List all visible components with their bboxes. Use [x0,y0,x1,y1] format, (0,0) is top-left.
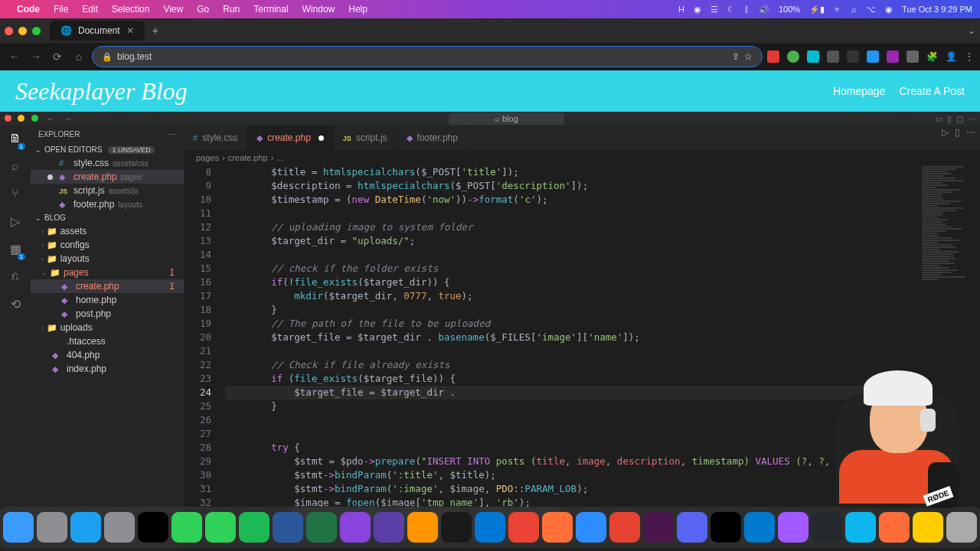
menubar-app[interactable]: Code [17,4,40,15]
editor-tab-script.js[interactable]: script.js [334,126,397,150]
menu-view[interactable]: View [163,4,183,15]
nav-homepage[interactable]: Homepage [833,85,886,97]
close-icon[interactable] [5,115,11,122]
close-icon[interactable] [5,27,13,35]
extension-icon[interactable] [807,51,819,63]
address-bar[interactable]: 🔒 blog.test ⇪ ☆ [92,46,763,67]
open-editors-section[interactable]: ⌄ OPEN EDITORS 1 unsaved [31,143,184,156]
dock-app-terminal[interactable] [710,512,741,543]
folder-configs[interactable]: › configs [31,238,184,252]
dock-app-safari[interactable] [70,512,101,543]
dock-app-facetime[interactable] [205,512,236,543]
reload-button[interactable]: ⟳ [49,51,66,63]
tab-close-icon[interactable]: ✕ [126,25,134,36]
extensions-menu-icon[interactable]: 🧩 [926,51,938,62]
editor-tab-style.css[interactable]: style.css [184,126,247,150]
dock-app-discord[interactable] [677,512,707,543]
dock-app-docker[interactable] [845,512,876,543]
more-icon[interactable]: ⋯ [968,115,975,123]
open-editor-file[interactable]: script.js assets/js [31,184,184,197]
maximize-icon[interactable] [31,115,38,122]
split-icon[interactable]: ▯ [955,127,960,138]
dock-app-firefox[interactable] [542,512,573,543]
wifi-icon[interactable]: ᯤ [834,5,842,14]
extension-icon[interactable] [887,51,899,63]
dock-app-messages[interactable] [172,512,202,543]
dock-app-figma[interactable] [778,512,808,543]
menu-help[interactable]: Help [348,4,368,15]
more-icon[interactable]: ⋯ [168,130,176,139]
open-editor-file[interactable]: create.php pages [31,170,184,184]
menu-run[interactable]: Run [223,4,240,15]
volume-icon[interactable]: 🔊 [759,5,769,15]
bookmark-icon[interactable]: ☆ [744,51,753,62]
dock-app-chrome[interactable] [508,512,539,543]
file-home.php[interactable]: home.php [31,293,184,307]
dock-app-xcode[interactable] [441,512,472,543]
dock-app-edge[interactable] [475,512,505,543]
menu-terminal[interactable]: Terminal [253,4,288,15]
editor-tab-footer.php[interactable]: footer.php [397,126,468,150]
breadcrumbs[interactable]: pages › create.php › ... [184,150,980,165]
dock-app-spotify[interactable] [239,512,270,543]
editor-tab-create.php[interactable]: create.php [247,126,334,150]
siri-icon[interactable]: ◉ [885,5,893,15]
search-icon[interactable]: ⌕ [851,5,857,14]
debug-icon[interactable]: ▷ [7,214,24,231]
source-control-icon[interactable]: ⑂ [7,187,24,204]
menu-icon[interactable]: ⋮ [965,51,974,62]
menu-file[interactable]: File [54,4,68,15]
menubar-icon[interactable]: ◉ [694,5,701,15]
extension-icon[interactable] [767,51,779,63]
file-create.php[interactable]: create.php1 [31,279,184,293]
extension-icon[interactable] [787,51,799,63]
share-icon[interactable]: ⇪ [732,51,740,62]
menu-go[interactable]: Go [197,4,209,15]
nav-forward-icon[interactable]: → [64,114,73,123]
new-tab-button[interactable]: + [152,24,158,37]
nav-back-icon[interactable]: ← [47,114,55,123]
folder-assets[interactable]: › assets [31,224,184,238]
layout-icon[interactable]: ▢ [956,115,963,123]
dock-app-tv[interactable] [138,512,168,543]
remote-icon[interactable]: ⎌ [7,269,24,286]
nav-create-post[interactable]: Create A Post [899,85,965,97]
command-center[interactable]: ⌕ blog [449,112,564,125]
more-icon[interactable]: ⋯ [966,127,975,138]
back-button[interactable]: ← [6,51,23,63]
menubar-icon[interactable]: H [678,5,684,14]
file-404.php[interactable]: 404.php [31,348,184,362]
folder-layouts[interactable]: › layouts [31,252,184,266]
dock-app-ableton[interactable] [407,512,438,543]
search-icon[interactable]: ⌕ [7,159,24,176]
explorer-icon[interactable]: 🗎1 [7,132,24,148]
file-index.php[interactable]: index.php [31,362,184,376]
dock-app-app1[interactable] [913,512,943,543]
forward-button[interactable]: → [28,51,44,63]
profile-icon[interactable]: 👤 [946,51,957,62]
dock-app-zoom[interactable] [576,512,606,543]
dock-app-vscode[interactable] [744,512,775,543]
dock-app-github[interactable] [812,512,842,543]
bluetooth-icon[interactable]: ᛒ [744,5,750,14]
tab-overflow-icon[interactable]: ⌄ [968,25,975,36]
layout-icon[interactable]: ▯ [947,115,952,123]
folder-pages[interactable]: ⌄ pages1 [31,266,184,279]
dock-app-excel[interactable] [306,512,337,543]
file-.htaccess[interactable]: .htaccess [31,334,184,348]
home-button[interactable]: ⌂ [70,51,87,63]
browser-tab[interactable]: 🌐 Document ✕ [50,21,145,41]
dock-app-app2[interactable] [946,512,977,543]
minimize-icon[interactable] [18,115,24,122]
extensions-icon[interactable]: ▦1 [7,242,24,259]
menubar-clock[interactable]: Tue Oct 3 9:29 PM [902,5,972,14]
file-post.php[interactable]: post.php [31,307,184,321]
battery-icon[interactable]: ⚡▮ [809,5,825,15]
maximize-icon[interactable] [32,27,41,35]
dock-app-slack[interactable] [643,512,674,543]
menu-window[interactable]: Window [302,4,335,15]
run-icon[interactable]: ▷ [942,127,949,138]
dock-app-designer[interactable] [374,512,404,543]
menu-selection[interactable]: Selection [112,4,149,15]
dock-app-affinity[interactable] [340,512,371,543]
